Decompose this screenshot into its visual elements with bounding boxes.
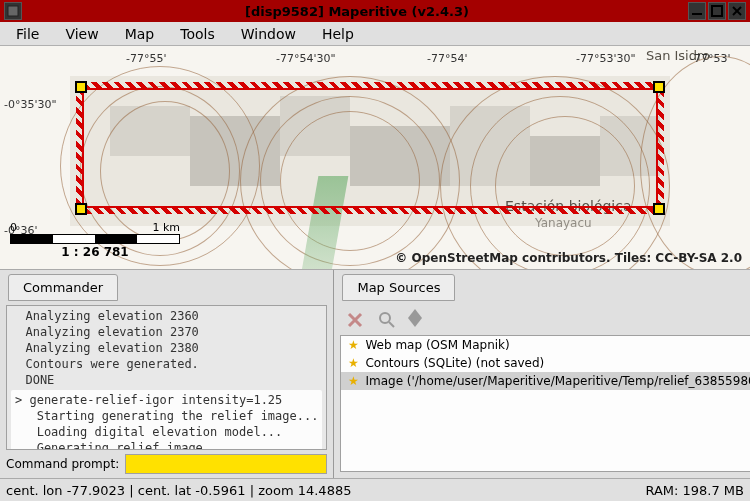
window-menu-icon[interactable]	[4, 2, 22, 20]
window-title: [disp9582] Maperitive (v2.4.3)	[26, 4, 688, 19]
console-line: Analyzing elevation 2360	[11, 308, 322, 324]
map-attribution: © OpenStreetMap contributors. Tiles: CC-…	[395, 251, 742, 265]
status-coords: cent. lon -77.9023 | cent. lat -0.5961 |…	[6, 483, 645, 498]
map-label-estacion: Estación biológica	[505, 198, 632, 214]
map-sources-list[interactable]: ★ Web map (OSM Mapnik) ★ Contours (SQLit…	[340, 335, 750, 472]
svg-rect-2	[712, 6, 722, 16]
star-icon: ★	[345, 356, 361, 370]
star-icon: ★	[345, 374, 361, 388]
source-label: Contours (SQLite) (not saved)	[365, 356, 544, 370]
menu-file[interactable]: File	[4, 23, 51, 45]
statusbar: cent. lon -77.9023 | cent. lat -0.5961 |…	[0, 478, 750, 501]
titlebar: [disp9582] Maperitive (v2.4.3)	[0, 0, 750, 22]
lon-tick: -77°54'30"	[276, 52, 336, 65]
menu-window[interactable]: Window	[229, 23, 308, 45]
close-icon[interactable]	[728, 2, 746, 20]
move-up-down-icon[interactable]	[408, 309, 422, 331]
command-prompt-input[interactable]	[125, 454, 327, 474]
delete-source-icon[interactable]	[344, 309, 366, 331]
svg-rect-1	[692, 13, 702, 15]
map-label-yanayacu: Yanayacu	[535, 216, 592, 230]
menu-view[interactable]: View	[53, 23, 110, 45]
menubar: File View Map Tools Window Help	[0, 22, 750, 46]
star-icon: ★	[345, 338, 361, 352]
lon-tick: -77°55'	[126, 52, 167, 65]
lower-panels: Commander Analyzing elevation 2360 Analy…	[0, 270, 750, 478]
console-line: Analyzing elevation 2370	[11, 324, 322, 340]
source-label: Image ('/home/user/Maperitive/Maperitive…	[365, 374, 750, 388]
svg-point-7	[380, 313, 390, 323]
console-line: Analyzing elevation 2380	[11, 340, 322, 356]
map-sources-pane: Map Sources ★ Web map (OSM Mapnik) ★ Con…	[334, 270, 750, 478]
svg-line-8	[389, 322, 394, 327]
source-row-webmap[interactable]: ★ Web map (OSM Mapnik)	[341, 336, 750, 354]
console-line: Contours were generated.	[11, 356, 322, 372]
minimize-icon[interactable]	[688, 2, 706, 20]
svg-rect-0	[8, 6, 18, 16]
source-row-image[interactable]: ★ Image ('/home/user/Maperitive/Maperiti…	[341, 372, 750, 390]
console-line: Generating relief image...	[15, 440, 318, 450]
console-highlight-block: > generate-relief-igor intensity=1.25 St…	[11, 390, 322, 450]
command-prompt-row: Command prompt:	[0, 450, 333, 478]
command-prompt-label: Command prompt:	[6, 457, 119, 471]
map-sources-toolbar	[334, 305, 750, 335]
lat-tick: -0°35'30"	[4, 98, 57, 111]
lon-tick: -77°53'30"	[576, 52, 636, 65]
menu-help[interactable]: Help	[310, 23, 366, 45]
svg-marker-10	[408, 318, 422, 327]
console-line: > generate-relief-igor intensity=1.25	[15, 392, 318, 408]
scale-ratio: 1 : 26 781	[10, 245, 180, 259]
svg-marker-9	[408, 309, 422, 318]
source-row-contours[interactable]: ★ Contours (SQLite) (not saved)	[341, 354, 750, 372]
menu-map[interactable]: Map	[113, 23, 167, 45]
console-line: DONE	[11, 372, 322, 388]
lon-tick: -77°54'	[427, 52, 468, 65]
commander-tab[interactable]: Commander	[8, 274, 118, 301]
status-ram: RAM: 198.7 MB	[645, 483, 744, 498]
commander-pane: Commander Analyzing elevation 2360 Analy…	[0, 270, 334, 478]
commander-console[interactable]: Analyzing elevation 2360 Analyzing eleva…	[6, 305, 327, 450]
maximize-icon[interactable]	[708, 2, 726, 20]
console-line: Starting generating the relief image...	[15, 408, 318, 424]
scale-bar: 01 km 1 : 26 781	[10, 221, 180, 259]
map-sources-tab[interactable]: Map Sources	[342, 274, 455, 301]
console-line: Loading digital elevation model...	[15, 424, 318, 440]
map-canvas[interactable]: San Isidro Estación biológica Yanayacu -…	[0, 46, 750, 270]
menu-tools[interactable]: Tools	[168, 23, 227, 45]
lon-tick: -77°53'	[690, 52, 731, 65]
source-label: Web map (OSM Mapnik)	[365, 338, 509, 352]
search-icon[interactable]	[376, 309, 398, 331]
